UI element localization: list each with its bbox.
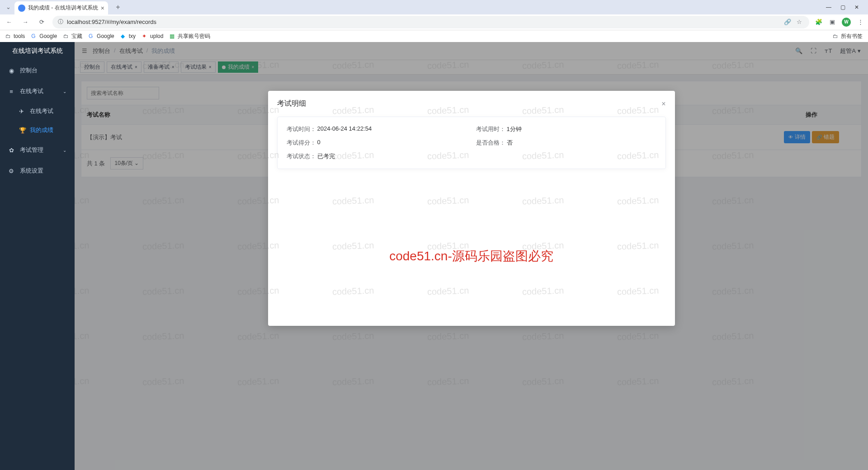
browser-menu-icon[interactable]: ⋮: [856, 18, 864, 26]
sidebar-item-exam-mgmt[interactable]: ✿考试管理⌄: [0, 140, 75, 160]
modal-overlay[interactable]: 考试明细 × 考试时间：2024-06-24 14:22:54 考试用时：1分钟…: [75, 42, 868, 470]
tab-dropdown-icon[interactable]: ⌄: [4, 3, 13, 12]
bookmark-shared[interactable]: ▦共享账号密码: [170, 33, 210, 40]
extensions-icon[interactable]: 🧩: [815, 18, 823, 26]
row-status: 考试状态：已考完: [287, 152, 467, 160]
modal-header: 考试明细 ×: [268, 91, 675, 112]
row-duration: 考试用时：1分钟: [476, 125, 656, 133]
row-exam-time: 考试时间：2024-06-24 14:22:54: [287, 125, 467, 133]
plane-icon: ✈: [19, 108, 25, 115]
sidebar-item-dashboard[interactable]: ◉控制台: [0, 60, 75, 81]
bookmark-tools[interactable]: 🗀tools: [5, 33, 25, 39]
app-logo: 在线培训考试系统: [0, 42, 75, 60]
sidebar-item-settings[interactable]: ⚙系统设置: [0, 160, 75, 181]
main-content: ☰ 控制台/ 在线考试/ 我的成绩 🔍 ⛶ ᴛT 超管A ▾ 控制台 在线考试×…: [75, 42, 868, 470]
site-info-icon[interactable]: ⓘ: [58, 18, 63, 26]
bookmark-google2[interactable]: GGoogle: [89, 33, 114, 39]
tab-close-icon[interactable]: ×: [101, 5, 104, 12]
close-window-button[interactable]: ✕: [854, 4, 859, 10]
browser-tab[interactable]: 我的成绩 - 在线培训考试系统 ×: [14, 1, 108, 15]
new-tab-button[interactable]: +: [112, 1, 124, 14]
dashboard-icon: ◉: [8, 67, 14, 74]
minimize-button[interactable]: —: [826, 4, 831, 10]
all-bookmarks[interactable]: 🗀所有书签: [833, 33, 863, 40]
exam-info-card: 考试时间：2024-06-24 14:22:54 考试用时：1分钟 考试得分：0…: [277, 117, 666, 169]
bookmark-txy[interactable]: ◆txy: [121, 33, 136, 39]
modal-body: 考试时间：2024-06-24 14:22:54 考试用时：1分钟 考试得分：0…: [268, 112, 675, 178]
sidebar-subitem-my-results[interactable]: 🏆我的成绩: [0, 121, 75, 140]
trophy-icon: 🏆: [19, 127, 25, 134]
exam-detail-modal: 考试明细 × 考试时间：2024-06-24 14:22:54 考试用时：1分钟…: [268, 91, 675, 326]
sidebar: 在线培训考试系统 ◉控制台 ≡在线考试⌄ ✈在线考试 🏆我的成绩 ✿考试管理⌄ …: [0, 42, 75, 470]
window-controls: — ▢ ✕: [821, 4, 864, 10]
profile-avatar[interactable]: W: [842, 18, 851, 27]
browser-tab-bar: ⌄ 我的成绩 - 在线培训考试系统 × + — ▢ ✕: [0, 0, 868, 14]
row-pass: 是否合格：否: [476, 139, 656, 147]
back-button[interactable]: ←: [4, 19, 14, 25]
url-text: localhost:9527/#/my/exam/records: [67, 19, 780, 25]
bookmark-bar: 🗀tools GGoogle 🗀宝藏 GGoogle ◆txy ✦uplod ▦…: [0, 30, 868, 42]
link-icon[interactable]: 🔗: [784, 19, 791, 25]
favicon-icon: [18, 5, 25, 12]
bookmark-google[interactable]: GGoogle: [31, 33, 57, 39]
sidebar-subitem-take-exam[interactable]: ✈在线考试: [0, 102, 75, 121]
chevron-down-icon: ⌄: [63, 148, 66, 153]
row-score: 考试得分：0: [287, 139, 467, 147]
sidebar-item-online-exam[interactable]: ≡在线考试⌄: [0, 81, 75, 102]
forward-button[interactable]: →: [20, 19, 31, 25]
modal-close-icon[interactable]: ×: [661, 100, 665, 108]
bookmark-uplod[interactable]: ✦uplod: [142, 33, 163, 39]
maximize-button[interactable]: ▢: [840, 4, 845, 10]
reload-button[interactable]: ⟳: [36, 19, 47, 25]
bookmark-baozang[interactable]: 🗀宝藏: [63, 33, 82, 40]
browser-chrome: ⌄ 我的成绩 - 在线培训考试系统 × + — ▢ ✕ ← → ⟳ ⓘ loca…: [0, 0, 868, 42]
app-root: 在线培训考试系统 ◉控制台 ≡在线考试⌄ ✈在线考试 🏆我的成绩 ✿考试管理⌄ …: [0, 42, 868, 470]
side-panel-icon[interactable]: ▣: [828, 18, 836, 26]
tab-title: 我的成绩 - 在线培训考试系统: [28, 4, 98, 12]
address-row: ← → ⟳ ⓘ localhost:9527/#/my/exam/records…: [0, 14, 868, 31]
modal-title: 考试明细: [277, 99, 306, 108]
bookmark-star-icon[interactable]: ☆: [797, 19, 802, 25]
chevron-down-icon: ⌄: [63, 89, 66, 94]
settings-icon: ⚙: [8, 168, 14, 174]
address-bar[interactable]: ⓘ localhost:9527/#/my/exam/records 🔗 ☆: [52, 16, 809, 28]
gear-icon: ✿: [8, 147, 14, 154]
list-icon: ≡: [8, 88, 14, 95]
